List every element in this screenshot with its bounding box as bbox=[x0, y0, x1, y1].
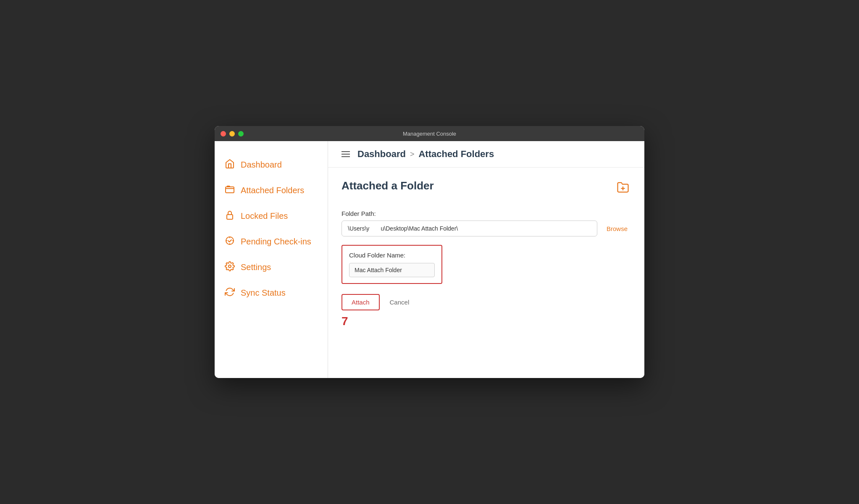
cancel-button[interactable]: Cancel bbox=[386, 295, 413, 310]
titlebar: Management Console bbox=[215, 126, 644, 141]
page-content: Attached a Folder Folder Path: Br bbox=[328, 168, 644, 378]
app-window: Management Console Dashboard bbox=[215, 126, 644, 378]
window-title: Management Console bbox=[403, 131, 456, 137]
folder-icon bbox=[225, 184, 235, 197]
sidebar-item-locked-files[interactable]: Locked Files bbox=[215, 205, 328, 227]
buttons-row: Attach Cancel bbox=[341, 294, 631, 310]
svg-rect-0 bbox=[226, 187, 234, 193]
hamburger-menu[interactable] bbox=[340, 150, 352, 159]
sidebar-item-settings[interactable]: Settings bbox=[215, 256, 328, 278]
sidebar-label-settings: Settings bbox=[241, 262, 271, 272]
breadcrumb-bar: Dashboard > Attached Folders bbox=[328, 141, 644, 168]
folder-path-input[interactable] bbox=[341, 220, 597, 236]
breadcrumb-parent[interactable]: Dashboard bbox=[357, 149, 406, 160]
page-title: Attached a Folder bbox=[341, 179, 434, 192]
sync-icon bbox=[225, 287, 235, 299]
sidebar-label-dashboard: Dashboard bbox=[241, 160, 282, 170]
folder-path-row: Browse bbox=[341, 220, 631, 236]
sidebar-item-attached-folders[interactable]: Attached Folders bbox=[215, 179, 328, 202]
close-button[interactable] bbox=[221, 131, 226, 136]
checkin-icon bbox=[225, 236, 235, 248]
folder-path-group: Folder Path: Browse bbox=[341, 210, 631, 236]
breadcrumb-separator: > bbox=[410, 150, 415, 159]
cloud-folder-label: Cloud Folder Name: bbox=[349, 252, 435, 259]
sidebar-item-dashboard[interactable]: Dashboard bbox=[215, 154, 328, 176]
maximize-button[interactable] bbox=[238, 131, 244, 136]
folder-icon-button[interactable] bbox=[615, 179, 631, 198]
traffic-lights bbox=[221, 131, 244, 136]
gear-icon bbox=[225, 261, 235, 273]
sidebar-item-pending-checkins[interactable]: Pending Check-ins bbox=[215, 231, 328, 253]
home-icon bbox=[225, 159, 235, 171]
badge-number: 7 bbox=[341, 315, 631, 328]
attach-button[interactable]: Attach bbox=[341, 294, 380, 310]
cloud-folder-group: Cloud Folder Name: bbox=[341, 245, 631, 284]
sidebar: Dashboard Attached Folders bbox=[215, 141, 328, 378]
sidebar-label-sync-status: Sync Status bbox=[241, 288, 286, 298]
cloud-folder-input[interactable] bbox=[349, 263, 435, 277]
main-content: Dashboard > Attached Folders Attached a … bbox=[328, 141, 644, 378]
minimize-button[interactable] bbox=[229, 131, 235, 136]
breadcrumb-current: Attached Folders bbox=[418, 149, 494, 160]
folder-path-label: Folder Path: bbox=[341, 210, 631, 217]
sidebar-label-pending-checkins: Pending Check-ins bbox=[241, 237, 311, 247]
page-header: Attached a Folder bbox=[341, 179, 631, 198]
lock-icon bbox=[225, 210, 235, 222]
sidebar-label-attached-folders: Attached Folders bbox=[241, 186, 304, 195]
browse-button[interactable]: Browse bbox=[603, 223, 631, 234]
sidebar-label-locked-files: Locked Files bbox=[241, 211, 288, 221]
breadcrumb: Dashboard > Attached Folders bbox=[357, 149, 494, 160]
sidebar-item-sync-status[interactable]: Sync Status bbox=[215, 282, 328, 304]
svg-rect-1 bbox=[227, 215, 233, 219]
svg-point-3 bbox=[229, 265, 231, 268]
app-body: Dashboard Attached Folders bbox=[215, 141, 644, 378]
cloud-folder-box: Cloud Folder Name: bbox=[341, 245, 442, 284]
